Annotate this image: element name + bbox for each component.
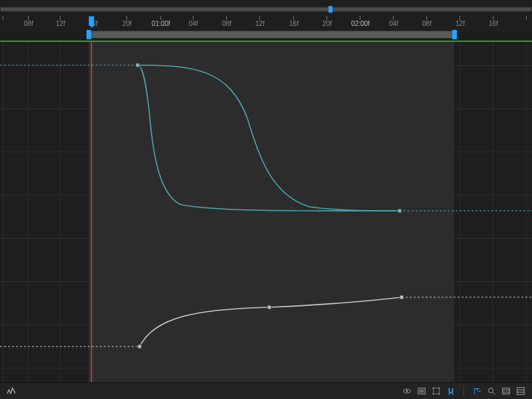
time-tick-label: 08f — [422, 20, 432, 27]
time-tick: 08f — [226, 16, 227, 20]
graph-editor-toolbar — [0, 382, 532, 399]
time-tick — [526, 16, 527, 20]
time-tick: 16f — [493, 16, 493, 20]
time-tick-label: 02:00f — [351, 20, 370, 27]
time-tick: 08f — [426, 16, 427, 20]
svg-rect-5 — [398, 209, 402, 213]
graph-editor-toggle-icon[interactable] — [5, 384, 18, 398]
time-tick-label: 12f — [56, 20, 65, 27]
navigator-end-handle[interactable] — [329, 6, 332, 13]
time-tick: 16f — [92, 16, 93, 20]
time-tick-label: 08f — [24, 20, 33, 27]
time-tick — [3, 16, 3, 20]
time-tick: 16f — [293, 16, 294, 20]
time-tick: 01:00f — [160, 16, 161, 20]
workarea-end-handle[interactable] — [452, 30, 457, 39]
svg-rect-15 — [433, 394, 434, 395]
time-tick-label: 20f — [122, 20, 132, 27]
svg-rect-13 — [433, 388, 434, 389]
fit-selection-icon[interactable] — [485, 384, 498, 398]
time-tick: 08f — [28, 16, 29, 20]
time-tick: 02:00f — [360, 16, 360, 20]
auto-select-graph-icon[interactable] — [470, 384, 483, 398]
svg-rect-12 — [434, 388, 440, 394]
snap-icon[interactable] — [444, 384, 458, 398]
svg-rect-4 — [136, 63, 140, 67]
separate-dimensions-icon[interactable] — [514, 384, 527, 398]
time-tick: 12f — [259, 16, 260, 20]
time-tick-label: 12f — [456, 20, 465, 27]
svg-rect-14 — [439, 388, 440, 389]
time-tick: 20f — [126, 16, 127, 20]
svg-rect-18 — [503, 388, 510, 394]
time-tick-label: 16f — [489, 20, 498, 27]
svg-rect-8 — [400, 295, 404, 299]
time-tick: 04f — [193, 16, 194, 20]
visibility-icon[interactable] — [400, 384, 414, 398]
svg-point-10 — [406, 390, 408, 392]
workarea-start-handle[interactable] — [86, 30, 91, 39]
svg-point-17 — [489, 388, 493, 393]
time-tick: 12f — [460, 16, 460, 20]
timeline: 08f12f16f20f01:00f04f08f12f16f20f02:00f0… — [0, 0, 532, 42]
svg-rect-6 — [138, 344, 142, 348]
time-tick-label: 20f — [323, 20, 332, 27]
time-tick: 12f — [60, 16, 61, 20]
time-tick-label: 16f — [289, 20, 299, 27]
navigator-bar[interactable] — [0, 7, 532, 12]
time-tick-label: 08f — [222, 20, 231, 27]
time-tick-label: 16f — [88, 20, 98, 27]
time-tick-label: 01:00f — [152, 20, 170, 27]
time-tick: 20f — [327, 16, 327, 20]
graph-editor[interactable] — [0, 42, 532, 382]
time-ruler[interactable]: 08f12f16f20f01:00f04f08f12f16f20f02:00f0… — [0, 16, 532, 29]
time-tick-label: 04f — [389, 20, 398, 27]
svg-rect-16 — [439, 394, 440, 395]
fit-all-icon[interactable] — [499, 384, 513, 398]
separator — [464, 386, 464, 396]
workarea-track — [0, 31, 532, 40]
time-tick-label: 12f — [255, 20, 265, 27]
curves-layer — [0, 42, 532, 382]
time-tick-label: 04f — [189, 20, 198, 27]
svg-rect-19 — [517, 388, 525, 395]
choose-graph-type-icon[interactable] — [415, 384, 428, 398]
svg-rect-7 — [267, 305, 271, 309]
workarea-bar[interactable] — [88, 31, 454, 39]
time-tick: 04f — [393, 16, 394, 20]
show-transform-box-icon[interactable] — [430, 384, 443, 398]
